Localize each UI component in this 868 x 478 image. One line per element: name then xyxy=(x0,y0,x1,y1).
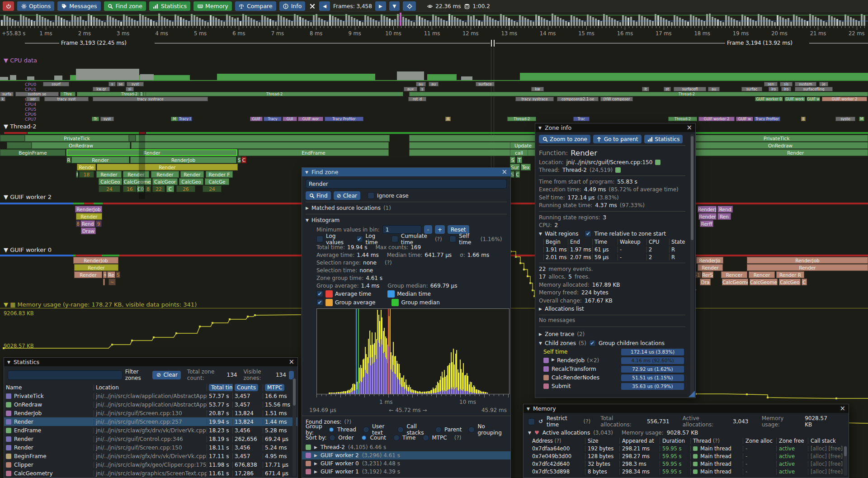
cpu-zone[interactable]: surfacefling xyxy=(795,87,833,91)
timeline-zone[interactable]: PrivateTick xyxy=(25,135,129,142)
frame-bar[interactable] xyxy=(326,22,328,26)
child-zone-row[interactable]: RecalcTransform72.92 us (1.62%) xyxy=(539,365,685,374)
frame-bar[interactable] xyxy=(514,21,515,26)
timeline-zone[interactable]: Render xyxy=(66,149,237,156)
free-callstack-link[interactable]: [free] xyxy=(828,453,843,459)
expand-caret-icon[interactable]: ▶ xyxy=(314,445,317,450)
frame-bar[interactable] xyxy=(294,14,296,26)
frame-bar[interactable] xyxy=(549,21,551,26)
timeline-zone[interactable]: 9 xyxy=(95,220,102,227)
frame-bar[interactable] xyxy=(861,14,863,26)
cpu-zone[interactable]: tracy_syst xyxy=(44,97,89,101)
timeline-zone[interactable]: Rende xyxy=(77,164,96,170)
frame-bar[interactable] xyxy=(462,21,464,26)
frame-bar[interactable] xyxy=(655,14,656,26)
cpu-zone[interactable]: system xyxy=(795,82,816,86)
frame-bar[interactable] xyxy=(421,18,423,26)
frame-bar[interactable] xyxy=(196,17,198,26)
found-zone-group-row[interactable]: ▶Thread-2(4,105) 6.46 s xyxy=(302,443,510,451)
frame-bar[interactable] xyxy=(663,18,665,26)
cpu-zone[interactable]: Tracy Profiler xyxy=(325,117,363,121)
frame-bar[interactable] xyxy=(218,19,220,26)
frame-bar[interactable] xyxy=(104,22,106,26)
group-children-checkbox[interactable]: ✔ xyxy=(589,340,596,346)
cpu-zone[interactable]: GUIF w xyxy=(807,97,820,101)
frame-bar[interactable] xyxy=(248,17,250,26)
frame-bar[interactable] xyxy=(842,22,844,26)
cpu-zone[interactable]: ssurf xyxy=(43,82,69,86)
frame-bar[interactable] xyxy=(17,22,19,26)
frame-bar[interactable] xyxy=(552,14,553,26)
messages-button[interactable]: Messages xyxy=(57,1,100,11)
frame-bar[interactable] xyxy=(55,15,57,26)
frame-bar[interactable] xyxy=(524,18,526,26)
sort-by-radio-count[interactable] xyxy=(361,435,367,441)
cpu-zone[interactable]: GUIF wor xyxy=(298,117,323,121)
frame-bar[interactable] xyxy=(351,17,353,26)
timeline-zone[interactable]: Render R xyxy=(776,271,804,278)
frame-bar[interactable] xyxy=(571,15,572,26)
frame-bar[interactable] xyxy=(299,17,301,26)
frame-bar[interactable] xyxy=(798,17,800,26)
frame-bar[interactable] xyxy=(815,17,816,26)
cpu-zone[interactable]: GUI xyxy=(283,117,297,121)
frame-bar[interactable] xyxy=(370,18,372,26)
cpu-zone[interactable]: aux xyxy=(404,87,417,91)
frame-bar[interactable] xyxy=(123,14,125,26)
allocations-list[interactable]: ▶Allocations list xyxy=(539,305,685,313)
timeline-zone[interactable]: RenderJob xyxy=(747,257,868,264)
frame-bar[interactable] xyxy=(782,18,784,26)
frame-bar[interactable] xyxy=(28,19,30,26)
timeline-zone[interactable]: 16 xyxy=(123,185,137,192)
legend-checkbox[interactable]: ✔ xyxy=(316,290,323,297)
alloc-callstack-link[interactable]: [alloc] xyxy=(811,461,827,467)
cpu-zone[interactable]: tracy_systrace xyxy=(515,97,554,101)
frame-bar[interactable] xyxy=(519,15,521,26)
frame-bar[interactable] xyxy=(278,14,279,26)
frame-bar[interactable] xyxy=(204,21,206,26)
frame-bar[interactable] xyxy=(107,15,108,26)
frame-bar[interactable] xyxy=(215,18,217,26)
cpu-zone[interactable]: GUIF work xyxy=(784,97,805,101)
timeline-zone[interactable]: S xyxy=(510,156,515,163)
histogram-section-header[interactable]: ▼ Histogram xyxy=(306,216,507,224)
close-icon[interactable]: × xyxy=(686,124,692,131)
frame-bar[interactable] xyxy=(112,18,114,26)
timeline-zone[interactable]: T xyxy=(517,156,522,163)
timeline-zone[interactable]: Render xyxy=(96,171,122,178)
frame-bar[interactable] xyxy=(50,21,52,26)
find-zone-titlebar[interactable]: ▼ Find zone × xyxy=(302,168,510,176)
frame-bar[interactable] xyxy=(145,17,146,26)
find-button[interactable]: Find xyxy=(306,191,331,200)
frame-bar[interactable] xyxy=(709,14,711,26)
frame-bar[interactable] xyxy=(44,18,46,26)
timeline-zone[interactable]: Rencer xyxy=(721,271,747,278)
frame-bar[interactable] xyxy=(771,21,773,26)
frame-bar[interactable] xyxy=(63,19,65,26)
cpu-zone[interactable]: M xyxy=(171,117,178,121)
frame-bar[interactable] xyxy=(156,22,157,26)
frame-bar[interactable] xyxy=(172,22,174,26)
memory-column-header[interactable]: Call stack xyxy=(808,438,848,444)
timeline-zone[interactable]: C xyxy=(802,279,807,285)
frame-bar[interactable] xyxy=(12,19,14,26)
timeline-zone[interactable]: 24 xyxy=(203,185,222,192)
timeline-zone[interactable]: Render xyxy=(698,264,723,271)
frame-bar[interactable] xyxy=(440,19,442,26)
cpu-zone[interactable]: tracy_systrace xyxy=(93,97,208,101)
frame-bar[interactable] xyxy=(180,17,182,26)
frame-bar[interactable] xyxy=(199,18,201,26)
timeline-zone[interactable]: Rend xyxy=(80,220,95,227)
legend-color-swatch[interactable] xyxy=(387,290,395,298)
frame-bar[interactable] xyxy=(188,21,190,26)
frame-bar[interactable] xyxy=(836,19,838,26)
frame-bar[interactable] xyxy=(52,22,54,26)
table-row[interactable]: OnRedrawjni/../jni/src/claw/application/… xyxy=(4,400,297,409)
timeline-zone[interactable]: CalcGeo xyxy=(99,178,122,185)
timeline-zone[interactable]: BeginFrame xyxy=(0,149,66,156)
cpu-zone[interactable]: surfa xyxy=(0,92,14,96)
frame-bar[interactable] xyxy=(223,22,225,26)
sort-by-radio-mtpc[interactable] xyxy=(423,435,429,441)
timeline-zone[interactable]: Render xyxy=(151,171,179,178)
frame-bar[interactable] xyxy=(33,21,35,26)
